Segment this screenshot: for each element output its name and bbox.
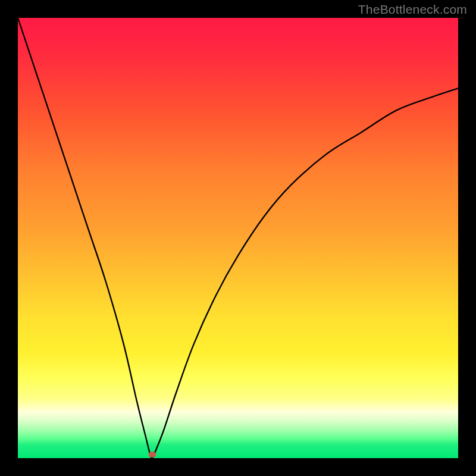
- curve-svg: [18, 18, 458, 458]
- watermark-text: TheBottleneck.com: [358, 2, 467, 17]
- bottleneck-curve: [18, 18, 458, 458]
- optimal-point-marker: [148, 452, 156, 458]
- chart-frame: TheBottleneck.com: [0, 0, 476, 476]
- plot-area: [18, 18, 458, 458]
